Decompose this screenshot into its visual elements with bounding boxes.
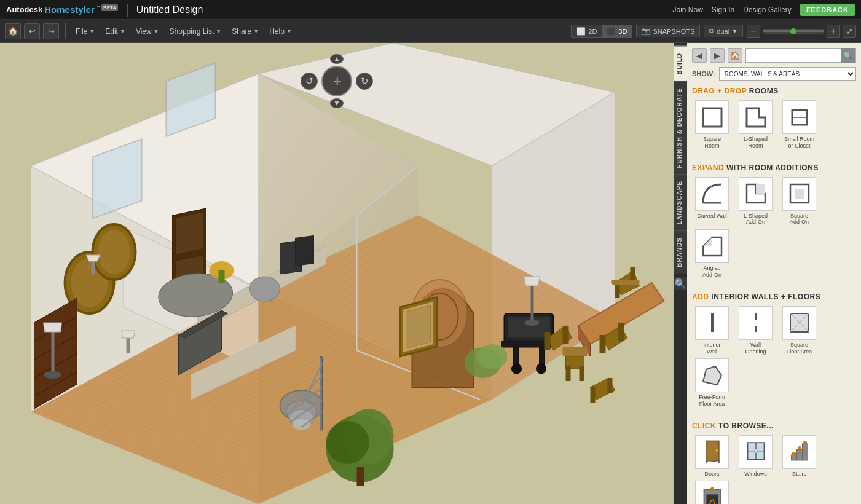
dual-button[interactable]: ⧉ dual ▼ bbox=[704, 25, 743, 37]
nav-down-button[interactable]: ▼ bbox=[330, 98, 344, 108]
lshaped-addon-card[interactable]: L-ShapedAdd-On bbox=[736, 177, 776, 226]
design-gallery-link[interactable]: Design Gallery bbox=[743, 6, 792, 14]
svg-rect-128 bbox=[796, 449, 802, 460]
nav-up-button[interactable]: ▲ bbox=[330, 54, 344, 64]
top-bar: Autodesk Homestyler™BETA | Untitled Desi… bbox=[0, 0, 861, 20]
svg-point-132 bbox=[803, 441, 806, 444]
camera-icon: 📷 bbox=[642, 27, 650, 35]
panel-forward-button[interactable]: ▶ bbox=[710, 48, 725, 63]
angled-addon-card[interactable]: AngledAdd-On bbox=[692, 229, 732, 278]
panel-content: ◀ ▶ 🏠 🔍 SHOW: ROOMS, WALLS & AREAS ALL F… bbox=[687, 43, 861, 504]
panel-back-button[interactable]: ◀ bbox=[692, 48, 707, 63]
build-tab[interactable]: BUILD bbox=[674, 46, 687, 81]
main-area: ▲ ↺ ✛ ↻ ▼ bbox=[0, 43, 861, 504]
redo-button[interactable]: ↪ bbox=[43, 23, 59, 39]
brands-tab[interactable]: BRANDS bbox=[674, 230, 687, 274]
panel-home-button[interactable]: 🏠 bbox=[728, 48, 742, 63]
show-row: SHOW: ROOMS, WALLS & AREAS ALL FURNITURE… bbox=[692, 67, 856, 81]
search-tab[interactable]: 🔍 bbox=[674, 277, 687, 290]
square-room-card[interactable]: SquareRoom bbox=[692, 100, 732, 149]
help-menu[interactable]: Help ▼ bbox=[265, 26, 296, 37]
interior-wall-card[interactable]: InteriorWall bbox=[692, 306, 732, 355]
side-tabs: BUILD FURNISH & DECORATE LANDSCAPE BRAND… bbox=[674, 43, 687, 504]
wall-opening-card[interactable]: WallOpening bbox=[736, 306, 776, 355]
room-3d-view[interactable]: Wall bbox=[0, 43, 674, 504]
undo-button[interactable]: ↩ bbox=[24, 23, 40, 39]
square-addon-card[interactable]: SquareAdd-On bbox=[779, 177, 819, 226]
svg-marker-91 bbox=[524, 277, 540, 286]
svg-point-131 bbox=[798, 446, 801, 449]
view-3d-button[interactable]: ⬛ 3D bbox=[602, 25, 632, 37]
svg-rect-52 bbox=[357, 467, 364, 486]
nav-rotate-right-button[interactable]: ↻ bbox=[356, 73, 373, 90]
toolbar-right: ⬜ 2D ⬛ 3D 📷 SNAPSHOTS ⧉ dual ▼ − + ⤢ bbox=[571, 25, 856, 38]
stairs-card[interactable]: Stairs bbox=[779, 435, 819, 477]
additions-grid: Curved Wall L-ShapedAdd-On bbox=[692, 177, 856, 278]
feedback-button[interactable]: FEEDBACK bbox=[800, 4, 855, 16]
shopping-list-menu[interactable]: Shopping List ▼ bbox=[166, 26, 226, 37]
fireplaces-card[interactable]: Fireplaces bbox=[692, 481, 732, 504]
sign-in-link[interactable]: Sign In bbox=[712, 6, 734, 14]
2d-icon: ⬜ bbox=[576, 27, 586, 36]
freeform-floor-label: Free-FormFloor Area bbox=[699, 394, 725, 408]
logo-homestyler: Homestyler™BETA bbox=[44, 4, 118, 15]
curved-wall-icon bbox=[695, 177, 729, 211]
small-room-icon bbox=[782, 100, 816, 134]
windows-card[interactable]: Windows bbox=[736, 435, 776, 477]
panel-search-input[interactable] bbox=[746, 52, 841, 59]
zoom-controls: − + ⤢ bbox=[747, 25, 856, 38]
freeform-floor-icon bbox=[695, 358, 729, 392]
show-dropdown[interactable]: ROOMS, WALLS & AREAS ALL FURNITURE FLOOR… bbox=[719, 67, 856, 81]
canvas-area[interactable]: ▲ ↺ ✛ ↻ ▼ bbox=[0, 43, 674, 504]
curved-wall-card[interactable]: Curved Wall bbox=[692, 177, 732, 226]
svg-rect-68 bbox=[563, 326, 569, 344]
toolbar: 🏠 ↩ ↪ File ▼ Edit ▼ View ▼ Shopping List… bbox=[0, 20, 861, 43]
nav-rotate-left-button[interactable]: ↺ bbox=[301, 73, 318, 90]
fullscreen-button[interactable]: ⤢ bbox=[843, 25, 856, 38]
panel-search-box[interactable]: 🔍 bbox=[745, 48, 856, 63]
landscape-tab[interactable]: LANDSCAPE bbox=[674, 174, 687, 230]
view-menu[interactable]: View ▼ bbox=[132, 26, 163, 37]
share-menu[interactable]: Share ▼ bbox=[228, 26, 262, 37]
zoom-slider[interactable] bbox=[763, 29, 824, 34]
svg-rect-103 bbox=[406, 305, 431, 349]
nav-center-ring: ✛ bbox=[321, 66, 352, 96]
section-divider-3 bbox=[692, 415, 856, 415]
small-room-card[interactable]: Small Roomor Closet bbox=[779, 100, 819, 149]
doors-card[interactable]: Doors bbox=[692, 435, 732, 477]
panel-search-button[interactable]: 🔍 bbox=[841, 48, 855, 63]
file-menu[interactable]: File ▼ bbox=[72, 26, 98, 37]
rooms-grid: SquareRoom L-ShapedRoom bbox=[692, 100, 856, 149]
svg-rect-80 bbox=[615, 283, 620, 298]
right-panel: BUILD FURNISH & DECORATE LANDSCAPE BRAND… bbox=[674, 43, 861, 504]
svg-point-63 bbox=[477, 344, 508, 369]
doors-label: Doors bbox=[704, 471, 719, 477]
navigation-controls: ▲ ↺ ✛ ↻ ▼ bbox=[294, 54, 380, 100]
svg-point-61 bbox=[537, 364, 546, 374]
lshaped-room-card[interactable]: L-ShapedRoom bbox=[736, 100, 776, 149]
top-nav-links: Join Now Sign In Design Gallery FEEDBACK bbox=[672, 4, 855, 16]
2d-label: 2D bbox=[588, 28, 597, 35]
home-button[interactable]: 🏠 bbox=[5, 23, 21, 39]
edit-menu[interactable]: Edit ▼ bbox=[101, 26, 129, 37]
view-2d-button[interactable]: ⬜ 2D bbox=[572, 25, 602, 37]
furnish-decorate-tab[interactable]: FURNISH & DECORATE bbox=[674, 81, 687, 175]
join-now-link[interactable]: Join Now bbox=[672, 6, 702, 14]
zoom-out-button[interactable]: − bbox=[747, 25, 760, 38]
curved-wall-label: Curved Wall bbox=[697, 213, 727, 219]
svg-rect-75 bbox=[563, 347, 588, 356]
svg-rect-73 bbox=[566, 366, 571, 381]
square-floor-card[interactable]: SquareFloor Area bbox=[779, 306, 819, 355]
svg-rect-77 bbox=[591, 387, 596, 403]
snapshots-button[interactable]: 📷 SNAPSHOTS bbox=[636, 25, 700, 37]
zoom-in-button[interactable]: + bbox=[827, 25, 840, 38]
svg-rect-83 bbox=[92, 261, 95, 274]
svg-rect-70 bbox=[600, 335, 606, 353]
svg-point-30 bbox=[250, 277, 280, 301]
lshaped-addon-icon bbox=[739, 177, 773, 211]
svg-rect-71 bbox=[618, 323, 624, 341]
square-room-icon bbox=[695, 100, 729, 134]
freeform-floor-card[interactable]: Free-FormFloor Area bbox=[692, 358, 732, 408]
svg-point-85 bbox=[91, 258, 96, 261]
svg-point-90 bbox=[525, 320, 540, 326]
